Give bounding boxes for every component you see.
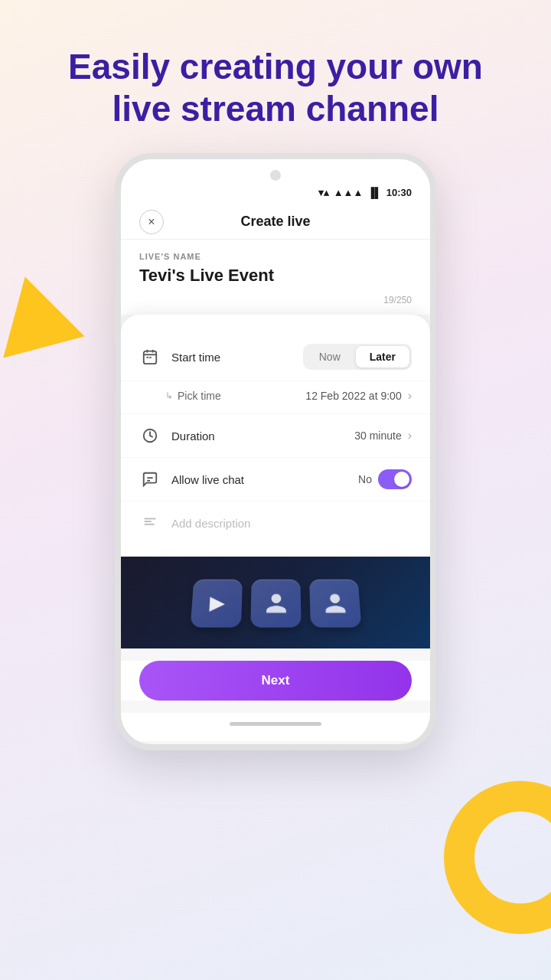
close-button[interactable]: ×: [139, 210, 164, 234]
duration-row[interactable]: Duration 30 minute ›: [121, 414, 430, 458]
calendar-icon: [139, 346, 161, 368]
home-indicator: [230, 722, 321, 726]
close-icon: ×: [148, 215, 155, 229]
keyboard-image-area: ▶: [121, 557, 430, 648]
signal-icon: ▲▲▲: [334, 187, 364, 198]
key-cap-1: ▶: [190, 580, 242, 628]
pick-time-label: Pick time: [178, 390, 305, 402]
screen-title: Create live: [240, 214, 310, 230]
description-placeholder: Add description: [171, 517, 250, 530]
allow-chat-label: Allow live chat: [171, 473, 358, 486]
duration-value: 30 minute: [354, 430, 401, 442]
key-cap-3: [309, 580, 361, 628]
live-name-section: LIVE'S NAME Tevi's Live Event: [121, 240, 430, 292]
duration-chevron: ›: [408, 429, 412, 443]
decoration-arc: [444, 781, 551, 934]
clock-time: 10:30: [386, 187, 412, 198]
chat-toggle-switch[interactable]: [378, 469, 412, 489]
svg-rect-4: [146, 357, 148, 358]
svg-rect-5: [149, 357, 152, 358]
live-name-value: Tevi's Live Event: [139, 266, 412, 286]
phone-frame: ▾▴ ▲▲▲ ▐▌ 10:30 × Create live LIVE'S NAM…: [115, 153, 436, 750]
phone-camera: [270, 170, 281, 181]
hero-title: Easily creating your own live stream cha…: [0, 0, 551, 153]
next-button[interactable]: Next: [139, 661, 412, 701]
battery-icon: ▐▌: [367, 187, 381, 198]
app-header: × Create live: [121, 204, 430, 240]
description-row[interactable]: Add description: [121, 501, 430, 544]
start-time-row: Start time Now Later: [121, 333, 430, 381]
later-button[interactable]: Later: [356, 346, 409, 368]
chat-icon: [139, 469, 161, 490]
phone-mockup: ▾▴ ▲▲▲ ▐▌ 10:30 × Create live LIVE'S NAM…: [0, 153, 551, 750]
start-time-toggle-group: Now Later: [303, 344, 412, 370]
status-bar: ▾▴ ▲▲▲ ▐▌ 10:30: [139, 187, 412, 204]
bottom-sheet: Start time Now Later ↳ Pick time 12 Feb …: [121, 315, 430, 557]
pick-time-value: 12 Feb 2022 at 9:00: [305, 390, 401, 402]
pick-time-chevron: ›: [408, 389, 412, 403]
phone-bottom: [121, 713, 430, 741]
pick-time-row[interactable]: ↳ Pick time 12 Feb 2022 at 9:00 ›: [121, 381, 430, 414]
start-time-label: Start time: [171, 351, 303, 364]
allow-chat-row: Allow live chat No: [121, 458, 430, 501]
clock-icon: [139, 425, 161, 446]
duration-label: Duration: [171, 430, 354, 443]
description-icon: [139, 512, 161, 534]
chat-no-label: No: [358, 473, 372, 485]
live-name-label: LIVE'S NAME: [139, 252, 412, 261]
key-cap-2: [250, 580, 301, 628]
char-count: 19/250: [121, 292, 430, 315]
phone-top: ▾▴ ▲▲▲ ▐▌ 10:30: [121, 159, 430, 204]
keyboard-visual: ▶: [190, 580, 361, 628]
wifi-icon: ▾▴: [318, 187, 329, 198]
arrow-icon: ↳: [165, 390, 173, 401]
now-button[interactable]: Now: [305, 346, 354, 368]
next-button-container: Next: [121, 661, 430, 701]
